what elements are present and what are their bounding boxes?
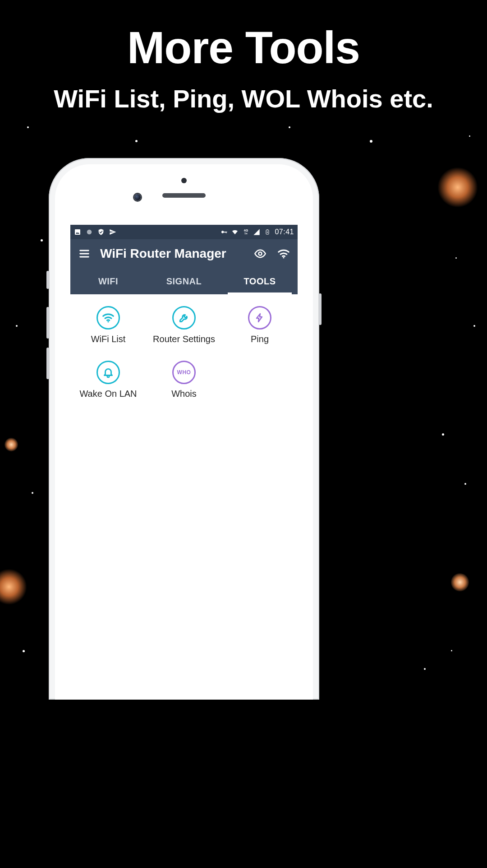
tool-wake-on-lan[interactable]: Wake On LAN: [70, 361, 146, 399]
tab-bar: WIFI SIGNAL TOOLS: [70, 268, 298, 294]
tab-wifi[interactable]: WIFI: [70, 268, 146, 294]
tab-label: TOOLS: [244, 276, 276, 287]
star: [289, 126, 290, 128]
star: [16, 325, 18, 327]
status-bar: 4G 1x 07:41: [70, 225, 298, 239]
tool-label: WiFi List: [91, 334, 126, 344]
star: [23, 650, 25, 652]
tab-signal[interactable]: SIGNAL: [146, 268, 222, 294]
star: [32, 492, 33, 494]
bolt-icon: [248, 306, 271, 330]
phone-speaker: [162, 193, 206, 198]
star: [451, 650, 452, 651]
star: [424, 668, 426, 670]
svg-rect-8: [267, 230, 268, 231]
mobile-data-icon: 4G 1x: [242, 228, 249, 236]
phone-power-button: [319, 293, 322, 325]
phone-top: [55, 164, 313, 225]
tool-wifi-list[interactable]: WiFi List: [70, 306, 146, 344]
svg-rect-6: [225, 232, 225, 233]
star: [464, 483, 466, 485]
promo-subtitle: WiFi List, Ping, WOL Whois etc.: [0, 84, 487, 113]
star-glow: [0, 569, 27, 605]
star: [455, 257, 457, 259]
tool-whois[interactable]: WHO Whois: [146, 361, 222, 399]
promo-title: More Tools: [0, 22, 487, 74]
wifi-icon: [231, 228, 239, 236]
tool-ping[interactable]: Ping: [222, 306, 298, 344]
star-glow: [451, 573, 469, 591]
svg-rect-5: [226, 232, 226, 233]
tool-label: Ping: [251, 334, 269, 344]
bell-icon: [96, 361, 120, 384]
mobile-data-label: 4G: [244, 229, 248, 232]
star: [135, 140, 138, 142]
tab-label: WIFI: [98, 276, 118, 287]
who-icon: WHO: [172, 361, 196, 384]
menu-button[interactable]: [77, 246, 92, 261]
svg-point-14: [107, 321, 109, 322]
tool-label: Router Settings: [153, 334, 215, 344]
send-icon: [109, 228, 116, 236]
eye-icon-button[interactable]: [253, 246, 268, 261]
star-glow: [5, 438, 18, 451]
status-time: 07:41: [275, 228, 294, 236]
app-title: WiFi Router Manager: [100, 246, 226, 261]
tab-tools[interactable]: TOOLS: [222, 268, 298, 294]
star: [41, 239, 43, 241]
image-icon: [74, 228, 81, 236]
phone-mute-switch: [46, 271, 49, 289]
svg-point-13: [283, 257, 284, 258]
svg-point-2: [87, 230, 92, 235]
who-icon-text: WHO: [177, 369, 191, 376]
phone-volume-up: [46, 307, 49, 339]
tab-label: SIGNAL: [166, 276, 202, 287]
battery-charging-icon: [264, 228, 271, 236]
wrench-icon: [172, 306, 196, 330]
tool-label: Wake On LAN: [79, 389, 137, 399]
phone-sensor: [181, 178, 187, 183]
signal-icon: [253, 228, 260, 236]
tools-grid: WiFi List Router Settings Ping: [70, 294, 298, 399]
circle-icon: [86, 228, 93, 236]
phone-bezel: 4G 1x 07:41 WiFi Router Manag: [55, 164, 313, 700]
star: [27, 126, 29, 128]
phone-frame: 4G 1x 07:41 WiFi Router Manag: [49, 158, 319, 700]
wifi-icon: [96, 306, 120, 330]
phone-screen: 4G 1x 07:41 WiFi Router Manag: [70, 225, 298, 700]
svg-point-3: [221, 231, 224, 233]
star-glow: [437, 167, 478, 208]
tool-label: Whois: [171, 389, 197, 399]
star: [473, 325, 475, 327]
phone-volume-down: [46, 348, 49, 379]
star: [370, 140, 372, 143]
star: [442, 433, 444, 436]
app-bar: WiFi Router Manager: [70, 239, 298, 268]
vpn-key-icon: [221, 228, 228, 236]
wifi-icon-button[interactable]: [276, 246, 291, 261]
shield-check-icon: [97, 228, 105, 236]
svg-point-12: [259, 252, 262, 255]
star: [469, 135, 470, 137]
svg-rect-0: [75, 229, 80, 235]
phone-camera: [134, 194, 141, 200]
tool-router-settings[interactable]: Router Settings: [146, 306, 222, 344]
